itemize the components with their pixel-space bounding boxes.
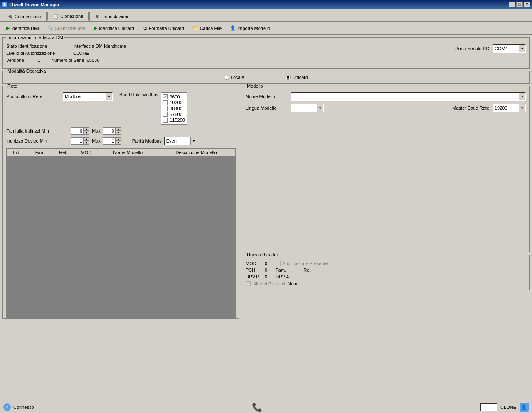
user-icon: 👤: [520, 403, 529, 412]
col-descrizione-modello: Descrizione Modello: [157, 149, 236, 157]
indirizzo-min-down[interactable]: ▼: [84, 141, 89, 145]
status-left: ✔ Connesso: [3, 403, 34, 411]
indirizzo-max-label: Max: [92, 138, 101, 143]
mod-value: 0: [265, 261, 267, 266]
tab-clonazione-label: Clonazione: [60, 14, 83, 19]
importa-modello-button[interactable]: 👤 Importa Modello: [226, 23, 274, 33]
porta-seriale-arrow-icon: ▼: [519, 45, 525, 52]
fam-label: Fam.: [276, 268, 290, 273]
indirizzo-max-spinbox[interactable]: ▲ ▼: [103, 137, 121, 145]
baud-9600[interactable]: ✓ 9600: [163, 94, 185, 99]
scansione-rete-button[interactable]: 🔍 Scansione rete: [44, 23, 89, 33]
lingua-modello-label: Lingua Modello: [246, 106, 287, 111]
baud-9600-checkbox[interactable]: ✓: [163, 94, 168, 99]
unicard-header-title: Unicard header: [246, 252, 279, 257]
livello-value: CLONE: [73, 51, 89, 56]
baud-9600-label: 9600: [170, 94, 180, 99]
baud-115200-checkbox[interactable]: [163, 118, 168, 123]
master-baud-dropdown[interactable]: 19200 ▼: [493, 104, 526, 112]
versione-value: 1: [38, 58, 40, 63]
baud-rate-label: Baud Rate Modbus: [119, 92, 158, 97]
identifica-dmi-label: Identifica DMI: [11, 26, 39, 31]
stato-label: Stato Identificazione: [6, 44, 71, 49]
nome-modello-dropdown[interactable]: ▼: [291, 92, 526, 101]
two-col-layout: Rete Protocollo di Rete Modbus ▼ Baud Ra: [2, 86, 530, 321]
tab-impostazioni[interactable]: ⚙ Impostazioni: [89, 12, 133, 21]
baud-38400-checkbox[interactable]: [163, 106, 168, 111]
col-rel: Rel.: [53, 149, 74, 157]
baud-38400-label: 38400: [170, 106, 182, 111]
baud-57600-label: 57600: [170, 112, 182, 117]
indirizzo-max-up[interactable]: ▲: [116, 137, 121, 141]
tab-clonazione[interactable]: 📋 Clonazione: [47, 12, 89, 21]
rete-table: Indi. Fam. Rel. MOD Nome Modello Descriz…: [6, 148, 236, 157]
identifica-unicard-button[interactable]: ▶ Identifica Unicard: [90, 23, 138, 33]
indirizzo-min-spinbox[interactable]: ▲ ▼: [71, 137, 89, 145]
protocollo-dropdown[interactable]: Modbus ▼: [63, 92, 113, 101]
parita-value: Even: [165, 138, 190, 143]
famiglia-max-down[interactable]: ▼: [116, 131, 121, 135]
baud-115200[interactable]: 115200: [163, 118, 185, 123]
carica-file-label: Carica File: [200, 26, 222, 31]
baud-57600-checkbox[interactable]: [163, 112, 168, 117]
baud-19200-checkbox[interactable]: [163, 100, 168, 105]
baud-57600[interactable]: 57600: [163, 112, 185, 117]
mod-label: MOD: [246, 261, 262, 266]
famiglia-min-up[interactable]: ▲: [84, 127, 89, 131]
tab-connessione[interactable]: 🔌 Connessione: [2, 12, 47, 21]
num-label: Num.: [288, 281, 298, 286]
master-baud-label: Master Baud Rate: [452, 106, 489, 111]
locale-radio[interactable]: [224, 75, 229, 80]
applicazione-label: Applicazione Presente: [282, 261, 328, 266]
importa-modello-label: Importa Modello: [237, 26, 270, 31]
indirizzo-max-down[interactable]: ▼: [116, 141, 121, 145]
baud-38400[interactable]: 38400: [163, 106, 185, 111]
tab-impostazioni-label: Impostazioni: [102, 14, 128, 19]
livello-label: Livello di Autorizzazione: [6, 51, 71, 56]
formatta-unicard-button[interactable]: 🖫 Formatta Unicard: [139, 23, 188, 33]
indirizzo-min-up[interactable]: ▲: [84, 137, 89, 141]
unicard-option[interactable]: Unicard: [286, 75, 308, 80]
carica-file-icon: 📂: [192, 25, 198, 31]
famiglia-min-spinbox[interactable]: ▲ ▼: [71, 127, 89, 135]
minimize-button[interactable]: _: [509, 2, 515, 7]
lingua-modello-arrow-icon: ▼: [317, 104, 323, 112]
baud-19200[interactable]: 19200: [163, 100, 185, 105]
famiglia-min-down[interactable]: ▼: [84, 131, 89, 135]
status-connesso-icon: ✔: [3, 403, 11, 411]
applicazione-checkbox[interactable]: [276, 261, 281, 266]
indirizzo-min-input[interactable]: [71, 137, 84, 145]
porta-label: Porta Seriale PC: [455, 46, 489, 51]
indirizzo-max-input[interactable]: [103, 137, 116, 145]
allarmi-label: Allarmi Presenti: [253, 281, 285, 286]
parita-dropdown[interactable]: Even ▼: [164, 137, 197, 145]
phone-icon: 📞: [252, 402, 262, 412]
famiglia-max-up[interactable]: ▲: [116, 127, 121, 131]
indirizzo-label: Indirizzo Device Min: [6, 138, 69, 143]
modello-content-area: [246, 116, 526, 248]
allarmi-checkbox[interactable]: [246, 281, 251, 286]
versione-label: Versione: [6, 58, 35, 63]
app-title: Eliwell Device Manager: [9, 2, 59, 7]
modalita-operativa-group: Modalità Operativa Locale Unicard: [2, 71, 530, 84]
maximize-button[interactable]: □: [516, 2, 523, 7]
carica-file-button[interactable]: 📂 Carica File: [189, 23, 226, 33]
master-baud-arrow-icon: ▼: [519, 104, 525, 112]
famiglia-max-input[interactable]: [103, 127, 116, 135]
unicard-radio[interactable]: [286, 75, 291, 80]
locale-label: Locale: [231, 75, 244, 80]
famiglia-max-spinbox[interactable]: ▲ ▼: [103, 127, 121, 135]
locale-option[interactable]: Locale: [224, 75, 244, 80]
lingua-modello-dropdown[interactable]: ▼: [291, 104, 324, 112]
main-content: Informazioni Interfaccia DM Stato Identi…: [0, 35, 532, 413]
close-button[interactable]: ✕: [524, 2, 530, 7]
nome-modello-arrow-icon: ▼: [519, 93, 525, 100]
famiglia-min-input[interactable]: [71, 127, 84, 135]
toolbar: ▶ Identifica DMI 🔍 Scansione rete ▶ Iden…: [0, 22, 532, 35]
porta-seriale-dropdown[interactable]: COM4 ▼: [493, 44, 526, 53]
identifica-dmi-button[interactable]: ▶ Identifica DMI: [2, 23, 43, 33]
unicard-label: Unicard: [292, 75, 308, 80]
numero-serie-value: 65536: [87, 58, 100, 63]
status-connesso-label: Connesso: [13, 405, 34, 410]
left-column: Rete Protocollo di Rete Modbus ▼ Baud Ra: [2, 86, 239, 321]
